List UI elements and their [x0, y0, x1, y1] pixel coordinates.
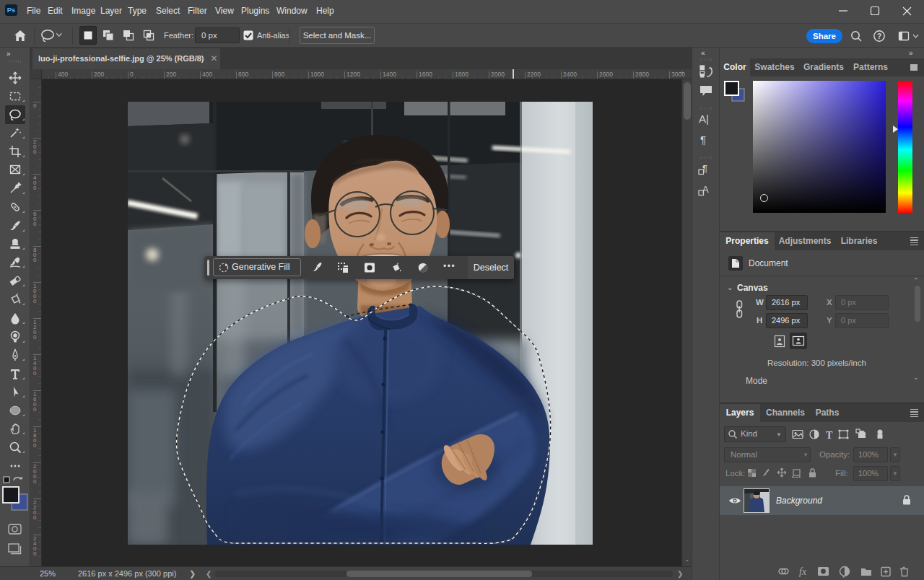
svg-text:fx: fx — [799, 566, 807, 577]
svg-text:?: ? — [877, 32, 881, 40]
svg-text:T: T — [826, 430, 833, 441]
